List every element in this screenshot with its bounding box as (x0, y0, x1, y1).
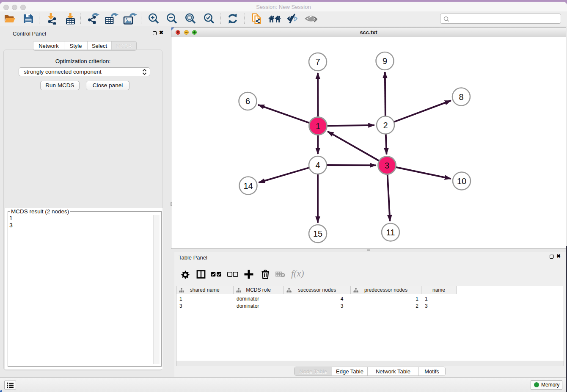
svg-text:10: 10 (457, 177, 466, 186)
svg-text:14: 14 (243, 181, 253, 190)
svg-text:6: 6 (245, 97, 250, 106)
svg-text:1: 1 (316, 121, 320, 131)
svg-text:8: 8 (459, 92, 463, 102)
svg-text:11: 11 (386, 228, 395, 237)
svg-text:2: 2 (383, 121, 388, 130)
svg-text:7: 7 (315, 57, 320, 66)
svg-text:15: 15 (313, 229, 322, 238)
svg-text:9: 9 (383, 56, 387, 66)
svg-text:4: 4 (315, 160, 320, 170)
svg-text:3: 3 (385, 161, 389, 170)
